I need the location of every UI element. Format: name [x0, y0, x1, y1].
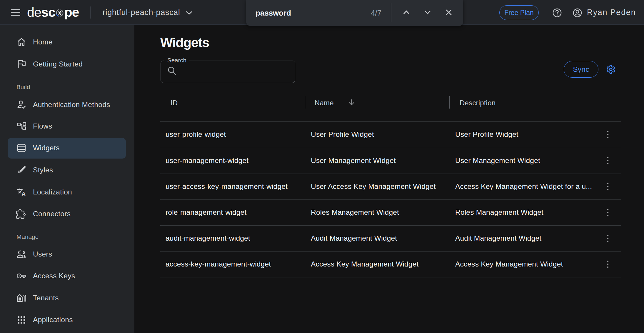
svg-text:A: A [21, 191, 26, 197]
